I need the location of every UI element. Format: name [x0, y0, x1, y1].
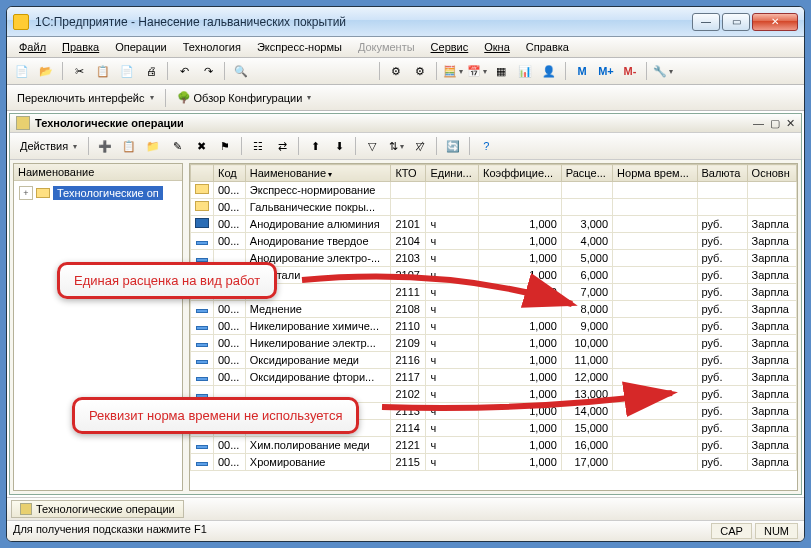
paste-icon[interactable]: 📄: [116, 60, 138, 82]
status-num: NUM: [755, 523, 798, 539]
inner-close-button[interactable]: ✕: [786, 117, 795, 130]
add-icon[interactable]: ➕: [94, 135, 116, 157]
inner-minimize-button[interactable]: —: [753, 117, 764, 130]
tree-root-node[interactable]: + Технологические оп: [16, 185, 180, 201]
taskbar-tab[interactable]: Технологические операции: [11, 500, 184, 518]
move-icon[interactable]: ⇄: [271, 135, 293, 157]
column-header[interactable]: Валюта: [697, 165, 747, 182]
item-icon: [196, 241, 208, 245]
column-header[interactable]: [191, 165, 214, 182]
redo-icon[interactable]: ↷: [197, 60, 219, 82]
inner-maximize-button[interactable]: ▢: [770, 117, 780, 130]
search-icon[interactable]: 🔍: [230, 60, 252, 82]
column-header[interactable]: Код: [214, 165, 246, 182]
catalog-icon: [16, 116, 30, 130]
user-icon[interactable]: 👤: [538, 60, 560, 82]
item-icon: [196, 377, 208, 381]
item-icon: [196, 343, 208, 347]
titlebar[interactable]: 1С:Предприятие - Нанесение гальванически…: [7, 7, 804, 37]
app-icon: [13, 14, 29, 30]
down-level-icon[interactable]: ⬇: [328, 135, 350, 157]
mark-icon[interactable]: ⚑: [214, 135, 236, 157]
table-row[interactable]: 00...Гальванические покры...: [191, 199, 797, 216]
tree-header[interactable]: Наименование: [14, 164, 182, 181]
tree-icon: 🌳: [177, 91, 191, 104]
data-grid[interactable]: КодНаименование ▾КТОЕдини...Коэффицие...…: [190, 164, 797, 490]
folder-icon: [195, 201, 209, 211]
folder-icon: [36, 188, 50, 198]
add-copy-icon[interactable]: 📋: [118, 135, 140, 157]
window-title: 1С:Предприятие - Нанесение гальванически…: [35, 15, 692, 29]
inner-titlebar[interactable]: Технологические операции — ▢ ✕: [10, 114, 801, 133]
column-header[interactable]: Норма врем...: [613, 165, 697, 182]
print-icon[interactable]: 🖨: [140, 60, 162, 82]
actions-menu[interactable]: Действия: [14, 138, 83, 154]
menu-help[interactable]: Справка: [520, 39, 575, 55]
copy-icon[interactable]: 📋: [92, 60, 114, 82]
column-header[interactable]: Наименование ▾: [245, 165, 391, 182]
column-header[interactable]: Расце...: [561, 165, 612, 182]
m-plus-button[interactable]: M+: [595, 60, 617, 82]
grid-pane: КодНаименование ▾КТОЕдини...Коэффицие...…: [189, 163, 798, 491]
refresh-icon[interactable]: 🔄: [442, 135, 464, 157]
folder-icon: [195, 184, 209, 194]
menu-edit[interactable]: Правка: [56, 39, 105, 55]
table-row[interactable]: 00...Анодирование алюминия2101ч1,0003,00…: [191, 216, 797, 233]
tool-b-icon[interactable]: ⚙: [409, 60, 431, 82]
sort-icon[interactable]: ⇅: [385, 135, 407, 157]
switch-interface-button[interactable]: Переключить интерфейс: [11, 90, 160, 106]
m-minus-button[interactable]: M-: [619, 60, 641, 82]
delete-icon[interactable]: ✖: [190, 135, 212, 157]
menu-operations[interactable]: Операции: [109, 39, 172, 55]
arrow-1: [297, 262, 587, 322]
callout-norm: Реквизит норма времени не используется: [72, 397, 359, 434]
item-icon: [196, 360, 208, 364]
undo-icon[interactable]: ↶: [173, 60, 195, 82]
cut-icon[interactable]: ✂: [68, 60, 90, 82]
filter-icon[interactable]: ▽: [361, 135, 383, 157]
m-button[interactable]: M: [571, 60, 593, 82]
tree-pane: Наименование + Технологические оп: [13, 163, 183, 491]
menu-windows[interactable]: Окна: [478, 39, 516, 55]
menu-express[interactable]: Экспресс-нормы: [251, 39, 348, 55]
tool-a-icon[interactable]: ⚙: [385, 60, 407, 82]
help-icon[interactable]: ?: [475, 135, 497, 157]
table-row[interactable]: 00...Оксидирование меди2116ч1,00011,000р…: [191, 352, 797, 369]
open-icon[interactable]: 📂: [35, 60, 57, 82]
hierarchy-icon[interactable]: ☷: [247, 135, 269, 157]
column-header[interactable]: Основн: [747, 165, 796, 182]
arrow-2: [377, 377, 687, 422]
menu-service[interactable]: Сервис: [425, 39, 475, 55]
inner-toolbar: Действия ➕ 📋 📁 ✎ ✖ ⚑ ☷ ⇄ ⬆ ⬇ ▽ ⇅ ▽̸ 🔄 ?: [10, 133, 801, 160]
column-header[interactable]: КТО: [391, 165, 426, 182]
up-level-icon[interactable]: ⬆: [304, 135, 326, 157]
expand-icon[interactable]: +: [19, 186, 33, 200]
table-row[interactable]: 00...Хромирование2115ч1,00017,000руб.Зар…: [191, 454, 797, 471]
grid-icon[interactable]: ▦: [490, 60, 512, 82]
new-doc-icon[interactable]: 📄: [11, 60, 33, 82]
column-header[interactable]: Едини...: [426, 165, 479, 182]
settings-icon[interactable]: 🔧: [652, 60, 674, 82]
table-row[interactable]: 00...Хим.полирование меди2121ч1,00016,00…: [191, 437, 797, 454]
calc-icon[interactable]: 🧮: [442, 60, 464, 82]
close-button[interactable]: ✕: [752, 13, 798, 31]
maximize-button[interactable]: ▭: [722, 13, 750, 31]
table-row[interactable]: 00...Никелирование электр...2109ч1,00010…: [191, 335, 797, 352]
table-row[interactable]: 00...Экспресс-нормирование: [191, 182, 797, 199]
config-overview-button[interactable]: 🌳 Обзор Конфигурации: [171, 89, 318, 106]
menu-file[interactable]: Файл: [13, 39, 52, 55]
tool-c-icon[interactable]: 📊: [514, 60, 536, 82]
menu-technology[interactable]: Технология: [177, 39, 247, 55]
table-row[interactable]: 00...Анодирование твердое2104ч1,0004,000…: [191, 233, 797, 250]
add-group-icon[interactable]: 📁: [142, 135, 164, 157]
minimize-button[interactable]: —: [692, 13, 720, 31]
menu-documents: Документы: [352, 39, 421, 55]
filter-off-icon[interactable]: ▽̸: [409, 135, 431, 157]
item-icon: [196, 445, 208, 449]
item-icon: [195, 218, 209, 228]
menubar: Файл Правка Операции Технология Экспресс…: [7, 37, 804, 58]
calendar-icon[interactable]: 📅: [466, 60, 488, 82]
edit-icon[interactable]: ✎: [166, 135, 188, 157]
column-header[interactable]: Коэффицие...: [479, 165, 562, 182]
item-icon: [196, 309, 208, 313]
